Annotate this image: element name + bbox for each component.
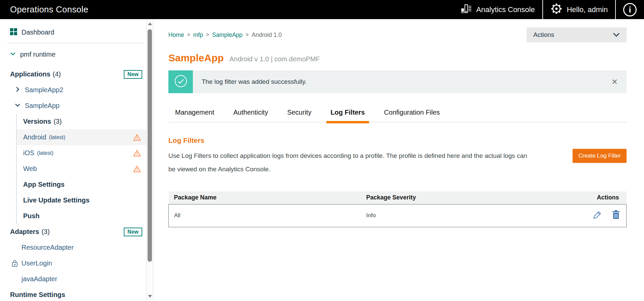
log-filters-section: Log Filters Use Log Filters to collect a…: [168, 136, 627, 176]
android-latest-suffix: (latest): [49, 134, 65, 140]
app-header: Operations Console Analytics Console: [0, 0, 644, 19]
chevron-down-icon: [15, 102, 20, 110]
sidebar: Dashboard pmf runtime Applications (4) N…: [0, 19, 153, 301]
scrollbar-thumb[interactable]: [148, 29, 152, 262]
edit-pencil-icon[interactable]: [593, 210, 602, 220]
adapters-label: Adapters: [10, 228, 39, 236]
sidebar-item-sampleapp[interactable]: SampleApp: [0, 98, 153, 114]
sidebar-section-applications[interactable]: Applications (4) New: [0, 66, 153, 82]
adapters-new-badge: New: [124, 228, 142, 236]
log-filters-table: Package Name Package Severity Actions Al…: [168, 191, 627, 227]
notification-close-button[interactable]: ✕: [611, 70, 627, 93]
table-row: All Info: [169, 204, 627, 227]
column-header-package-name: Package Name: [169, 191, 361, 204]
actions-dropdown-label: Actions: [533, 31, 554, 39]
sampleapp2-label: SampleApp2: [25, 86, 63, 94]
java-adapter-label: javaAdapter: [21, 275, 57, 283]
notification-accent: [168, 70, 193, 93]
bar-chart-icon: [461, 4, 472, 16]
runtime-settings-label: Runtime Settings: [10, 291, 65, 299]
app-settings-label: App Settings: [23, 181, 64, 188]
sidebar-item-resource-adapter[interactable]: ResourceAdapter: [0, 240, 153, 255]
operations-console-screen: Operations Console Analytics Console: [0, 0, 644, 301]
user-menu[interactable]: Hello, admin: [543, 0, 615, 19]
breadcrumb-separator: >: [246, 32, 249, 38]
scroll-up-arrow-icon[interactable]: [148, 22, 152, 25]
info-button[interactable]: i: [616, 0, 644, 19]
page-title: SampleApp: [168, 52, 224, 64]
applications-label: Applications: [10, 70, 50, 78]
sidebar-item-app-settings[interactable]: App Settings: [17, 177, 153, 192]
notification-message: The log filter was added successfully.: [193, 70, 611, 93]
versions-count: (3): [53, 118, 61, 125]
cell-row-actions: [558, 204, 627, 227]
runtime-label: pmf runtime: [20, 51, 56, 58]
resource-adapter-label: ResourceAdapter: [21, 244, 74, 251]
user-menu-label: Hello, admin: [567, 5, 608, 14]
breadcrumb-sampleapp-link[interactable]: SampleApp: [212, 32, 243, 39]
sidebar-scrollbar[interactable]: [146, 19, 153, 301]
sidebar-item-push[interactable]: Push: [17, 208, 153, 224]
breadcrumb-current: Android 1.0: [252, 32, 282, 39]
tab-security[interactable]: Security: [287, 109, 311, 122]
page-body: Dashboard pmf runtime Applications (4) N…: [0, 19, 644, 301]
warning-triangle-icon: [133, 165, 141, 172]
actions-dropdown[interactable]: Actions: [527, 27, 627, 42]
close-icon: ✕: [611, 77, 618, 86]
sidebar-item-runtime[interactable]: pmf runtime: [0, 47, 153, 62]
dashboard-label: Dashboard: [21, 28, 54, 36]
sidebar-item-java-adapter[interactable]: javaAdapter: [0, 271, 153, 287]
sidebar-item-runtime-settings[interactable]: Runtime Settings: [0, 287, 153, 301]
sidebar-item-ios[interactable]: iOS (latest): [17, 145, 153, 161]
analytics-console-label: Analytics Console: [476, 5, 535, 14]
breadcrumb-separator: >: [206, 32, 209, 38]
app-title: Operations Console: [0, 4, 88, 15]
tab-management[interactable]: Management: [175, 109, 214, 122]
chevron-down-icon: [10, 51, 16, 58]
cell-package-severity: Info: [361, 204, 558, 227]
versions-label: Versions: [23, 118, 51, 125]
header-actions: Analytics Console: [453, 0, 644, 19]
applications-count: (4): [53, 70, 61, 78]
cell-package-name: All: [169, 204, 361, 227]
title-row: SampleApp Android v 1.0 | com.demoPMF: [168, 52, 627, 64]
adapters-count: (3): [42, 228, 50, 236]
sidebar-section-adapters[interactable]: Adapters (3) New: [0, 224, 153, 240]
column-header-package-severity: Package Severity: [361, 191, 558, 204]
delete-trash-icon[interactable]: [612, 210, 620, 220]
warning-triangle-icon: [133, 134, 141, 141]
column-header-actions: Actions: [558, 191, 627, 204]
ios-latest-suffix: (latest): [37, 150, 53, 156]
tab-authenticity[interactable]: Authenticity: [233, 109, 268, 122]
success-notification: The log filter was added successfully. ✕: [168, 70, 627, 93]
sidebar-item-android[interactable]: Android (latest): [17, 129, 153, 145]
sidebar-item-dashboard[interactable]: Dashboard: [0, 24, 153, 40]
top-row: Home > mfp > SampleApp > Android 1.0 Act…: [168, 27, 627, 42]
lock-check-icon: [11, 259, 18, 267]
sidebar-item-sampleapp2[interactable]: SampleApp2: [0, 82, 153, 98]
tab-bar: Management Authenticity Security Log Fil…: [168, 109, 627, 122]
android-label: Android: [23, 133, 46, 141]
info-circle-icon: i: [623, 3, 637, 16]
breadcrumb-mfp-link[interactable]: mfp: [193, 32, 203, 39]
breadcrumb-home-link[interactable]: Home: [168, 32, 184, 39]
sidebar-item-live-update-settings[interactable]: Live Update Settings: [17, 192, 153, 208]
web-label: Web: [23, 165, 37, 173]
scroll-down-arrow-icon[interactable]: [148, 295, 152, 298]
breadcrumb-separator: >: [187, 32, 190, 38]
sampleapp-subgroup: Versions (3) Android (latest) i: [16, 114, 153, 224]
dashboard-grid-icon: [10, 28, 17, 37]
analytics-console-link[interactable]: Analytics Console: [453, 0, 542, 19]
tab-configuration-files[interactable]: Configuration Files: [384, 109, 440, 122]
create-log-filter-button[interactable]: Create Log Filter: [573, 149, 627, 163]
sidebar-item-versions[interactable]: Versions (3): [17, 114, 153, 129]
sidebar-item-web[interactable]: Web: [17, 161, 153, 177]
section-heading: Log Filters: [168, 136, 531, 144]
section-description: Use Log Filters to collect application l…: [168, 149, 531, 176]
sidebar-divider: [7, 43, 144, 43]
user-login-label: UserLogin: [21, 259, 52, 267]
tab-log-filters[interactable]: Log Filters: [330, 109, 365, 122]
warning-triangle-icon: [133, 149, 141, 157]
check-circle-icon: [174, 74, 187, 89]
sidebar-item-user-login[interactable]: UserLogin: [0, 255, 153, 271]
